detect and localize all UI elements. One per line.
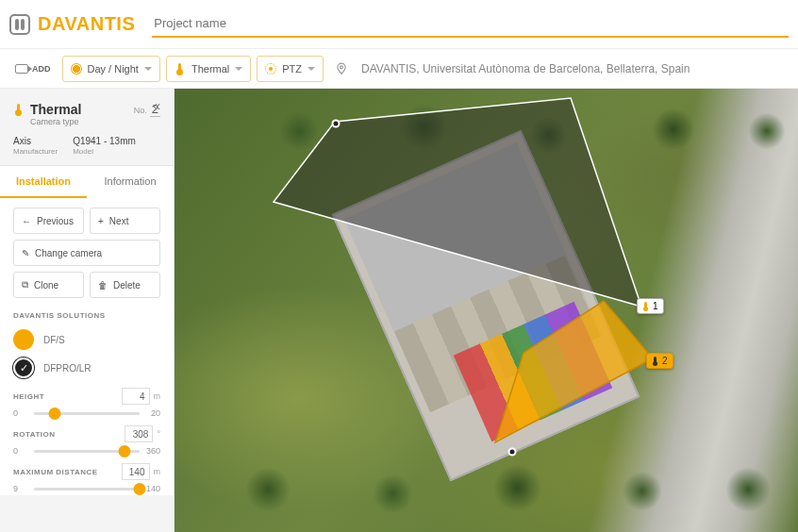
trash-icon: 🗑	[98, 280, 108, 291]
change-camera-button[interactable]: ✎ Change camera	[13, 240, 160, 266]
pencil-icon: ✎	[22, 248, 29, 258]
project-name-input[interactable]	[152, 10, 789, 38]
sun-icon	[71, 63, 82, 75]
main-area: « Thermal Camera type No. 2 Axis Manufac…	[0, 89, 798, 532]
maxdist-slider[interactable]	[34, 488, 140, 490]
terrain-background	[175, 89, 798, 532]
thermal-label: Thermal	[191, 63, 229, 75]
camera-header: Thermal Camera type No. 2 Axis Manufactu…	[0, 89, 174, 166]
thermal-icon	[652, 357, 659, 366]
location-search-input[interactable]	[361, 62, 789, 75]
manufacturer-value: Axis	[13, 136, 58, 146]
solution-dfpro[interactable]: DFPRO/LR	[0, 354, 174, 382]
fov-vertex[interactable]	[332, 120, 341, 128]
ptz-dropdown[interactable]: PTZ	[257, 56, 324, 82]
sidebar: « Thermal Camera type No. 2 Axis Manufac…	[0, 89, 175, 532]
chevron-down-icon	[308, 67, 315, 71]
toolbar: ADD Day / Night Thermal PTZ	[0, 49, 798, 89]
slider-thumb[interactable]	[49, 407, 61, 420]
app-header: DAVANTIS	[0, 0, 798, 49]
svg-point-0	[341, 65, 343, 68]
rotation-slider[interactable]	[34, 450, 140, 453]
thermal-icon	[175, 63, 186, 75]
fov-vertex[interactable]	[508, 448, 517, 457]
copy-icon: ⧉	[22, 279, 28, 291]
logo: DAVANTIS	[9, 13, 135, 35]
add-label: ADD	[32, 64, 51, 74]
previous-button[interactable]: ← Previous	[13, 208, 84, 234]
height-value-input[interactable]: 4	[122, 388, 150, 405]
solution-dot-selected	[13, 357, 34, 378]
height-slider[interactable]	[34, 412, 140, 415]
solution-dot-orange	[13, 329, 34, 350]
slider-height: HEIGHT 4 m 0 20	[0, 382, 174, 420]
add-camera-button[interactable]: ADD	[9, 60, 57, 77]
camera-subtitle: Camera type	[30, 117, 81, 126]
maxdist-value-input[interactable]: 140	[122, 463, 150, 480]
thermal-icon	[13, 104, 25, 115]
thermal-dropdown[interactable]: Thermal	[166, 56, 251, 82]
camera-title: Thermal	[30, 102, 81, 117]
day-night-label: Day / Night	[88, 63, 139, 75]
manufacturer-label: Manufacturer	[13, 147, 58, 156]
plus-icon: +	[98, 216, 104, 226]
slider-max-distance: MAXIMUM DISTANCE 140 m 9 140	[0, 457, 174, 495]
location-pin-icon	[335, 60, 348, 77]
brand-name: DAVANTIS	[38, 13, 135, 35]
ptz-label: PTZ	[282, 63, 302, 75]
thermal-icon	[642, 302, 650, 311]
camera-marker-2[interactable]: 2	[646, 353, 673, 369]
tab-installation[interactable]: Installation	[0, 166, 87, 198]
tabs: Installation Information	[0, 166, 174, 198]
tab-information[interactable]: Information	[87, 166, 174, 198]
solutions-label: DAVANTIS SOLUTIONS	[0, 304, 174, 325]
model-value: Q1941 - 13mm	[73, 136, 136, 146]
camera-icon	[15, 64, 28, 74]
day-night-dropdown[interactable]: Day / Night	[62, 56, 160, 82]
solution-dfs[interactable]: DF/S	[0, 325, 174, 354]
slider-thumb[interactable]	[119, 445, 131, 457]
chevron-down-icon	[235, 67, 242, 71]
logo-icon	[9, 14, 30, 35]
collapse-sidebar-button[interactable]: «	[153, 98, 160, 113]
arrow-left-icon: ←	[22, 216, 31, 226]
next-button[interactable]: + Next	[90, 208, 160, 234]
camera-marker-1[interactable]: 1	[637, 298, 664, 314]
slider-thumb[interactable]	[134, 483, 146, 495]
delete-button[interactable]: 🗑 Delete	[90, 272, 160, 298]
map-canvas[interactable]: 1 2	[175, 89, 798, 532]
chevron-down-icon	[144, 67, 152, 71]
ptz-icon	[265, 63, 276, 75]
clone-button[interactable]: ⧉ Clone	[13, 272, 84, 298]
rotation-value-input[interactable]: 308	[125, 425, 153, 442]
model-label: Model	[73, 147, 136, 156]
slider-rotation: ROTATION 308 ° 0 360	[0, 420, 174, 457]
